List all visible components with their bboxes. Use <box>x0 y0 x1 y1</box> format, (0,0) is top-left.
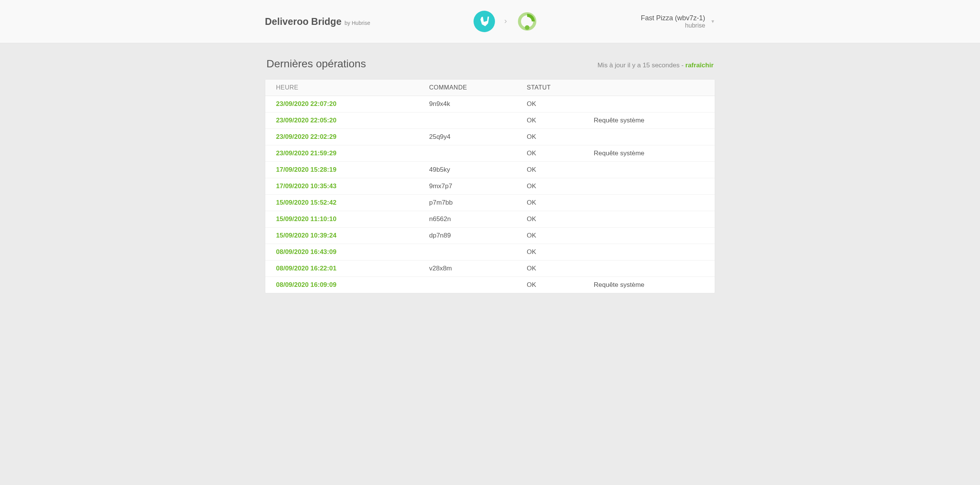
app-title: Deliveroo Bridge <box>265 16 341 27</box>
header-status: STATUT <box>527 84 594 91</box>
table-row: 23/09/2020 22:07:209n9x4kOK <box>265 96 715 112</box>
operation-note: Requête système <box>594 150 704 157</box>
operation-note <box>594 133 704 141</box>
table-row: 08/09/2020 16:43:09OK <box>265 244 715 260</box>
operation-time-link[interactable]: 15/09/2020 10:39:24 <box>276 232 336 239</box>
hubrise-logo-icon <box>516 11 538 32</box>
operation-status: OK <box>527 133 594 141</box>
operation-order: dp7n89 <box>429 232 527 239</box>
brand: Deliveroo Bridge by Hubrise <box>265 16 370 27</box>
table-header: HEURE COMMANDE STATUT <box>265 80 715 96</box>
operation-order <box>429 248 527 256</box>
header-note <box>594 84 704 91</box>
operation-order: v28x8m <box>429 265 527 272</box>
operation-note: Requête système <box>594 281 704 289</box>
app-header: Deliveroo Bridge by Hubrise <box>0 0 980 43</box>
operation-time-link[interactable]: 17/09/2020 15:28:19 <box>276 166 336 173</box>
operation-time-link[interactable]: 23/09/2020 21:59:29 <box>276 150 336 157</box>
operation-order: 9n9x4k <box>429 100 527 108</box>
table-row: 15/09/2020 10:39:24dp7n89OK <box>265 228 715 244</box>
operation-time-link[interactable]: 23/09/2020 22:05:20 <box>276 117 336 124</box>
operation-order <box>429 150 527 157</box>
table-body: 23/09/2020 22:07:209n9x4kOK23/09/2020 22… <box>265 96 715 293</box>
operation-note <box>594 248 704 256</box>
table-row: 23/09/2020 21:59:29OKRequête système <box>265 145 715 162</box>
table-row: 15/09/2020 15:52:42p7m7bbOK <box>265 195 715 211</box>
operation-status: OK <box>527 117 594 124</box>
operation-status: OK <box>527 182 594 190</box>
table-row: 17/09/2020 15:28:1949b5kyOK <box>265 162 715 178</box>
operation-status: OK <box>527 281 594 289</box>
operation-status: OK <box>527 232 594 239</box>
table-row: 08/09/2020 16:09:09OKRequête système <box>265 277 715 293</box>
operation-order <box>429 117 527 124</box>
table-row: 17/09/2020 10:35:439mx7p7OK <box>265 178 715 195</box>
operation-time-link[interactable]: 17/09/2020 10:35:43 <box>276 182 336 190</box>
operation-status: OK <box>527 199 594 207</box>
operation-status: OK <box>527 248 594 256</box>
header-time: HEURE <box>276 84 429 91</box>
operation-note <box>594 100 704 108</box>
operation-order: n6562n <box>429 215 527 223</box>
operation-note <box>594 166 704 174</box>
table-row: 23/09/2020 22:02:2925q9y4OK <box>265 129 715 145</box>
operation-time-link[interactable]: 23/09/2020 22:02:29 <box>276 133 336 140</box>
page-title: Dernières opérations <box>266 58 366 70</box>
operation-note <box>594 215 704 223</box>
operation-order: 9mx7p7 <box>429 182 527 190</box>
app-byline: by Hubrise <box>345 20 370 26</box>
refresh-link[interactable]: rafraîchir <box>685 62 714 69</box>
operation-note <box>594 182 704 190</box>
operation-order <box>429 281 527 289</box>
last-updated: Mis à jour il y a 15 secondes - rafraîch… <box>598 62 714 69</box>
operations-table: HEURE COMMANDE STATUT 23/09/2020 22:07:2… <box>265 79 715 293</box>
caret-down-icon: ▼ <box>710 19 715 24</box>
operation-status: OK <box>527 150 594 157</box>
operation-status: OK <box>527 100 594 108</box>
operation-status: OK <box>527 215 594 223</box>
operation-status: OK <box>527 166 594 174</box>
operation-time-link[interactable]: 08/09/2020 16:22:01 <box>276 265 336 272</box>
operation-order: 49b5ky <box>429 166 527 174</box>
main-content: Dernières opérations Mis à jour il y a 1… <box>265 43 715 308</box>
account-selector[interactable]: Fast Pizza (wbv7z-1) hubrise ▼ <box>641 14 715 29</box>
account-org: hubrise <box>641 22 705 29</box>
table-row: 23/09/2020 22:05:20OKRequête système <box>265 112 715 129</box>
integration-flow <box>474 11 538 32</box>
deliveroo-logo-icon <box>474 11 495 32</box>
operation-time-link[interactable]: 08/09/2020 16:09:09 <box>276 281 336 288</box>
chevron-right-icon <box>503 18 509 24</box>
table-row: 08/09/2020 16:22:01v28x8mOK <box>265 260 715 277</box>
operation-order: 25q9y4 <box>429 133 527 141</box>
operation-time-link[interactable]: 08/09/2020 16:43:09 <box>276 248 336 256</box>
operation-note <box>594 265 704 272</box>
operation-time-link[interactable]: 23/09/2020 22:07:20 <box>276 100 336 107</box>
operation-note <box>594 232 704 239</box>
table-row: 15/09/2020 11:10:10n6562nOK <box>265 211 715 228</box>
operation-note: Requête système <box>594 117 704 124</box>
svg-point-1 <box>525 25 529 30</box>
operation-time-link[interactable]: 15/09/2020 11:10:10 <box>276 215 336 223</box>
operation-status: OK <box>527 265 594 272</box>
operation-note <box>594 199 704 207</box>
operation-order: p7m7bb <box>429 199 527 207</box>
operation-time-link[interactable]: 15/09/2020 15:52:42 <box>276 199 336 206</box>
updated-prefix: Mis à jour il y a 15 secondes - <box>598 62 686 69</box>
header-order: COMMANDE <box>429 84 527 91</box>
account-name: Fast Pizza (wbv7z-1) <box>641 14 705 22</box>
